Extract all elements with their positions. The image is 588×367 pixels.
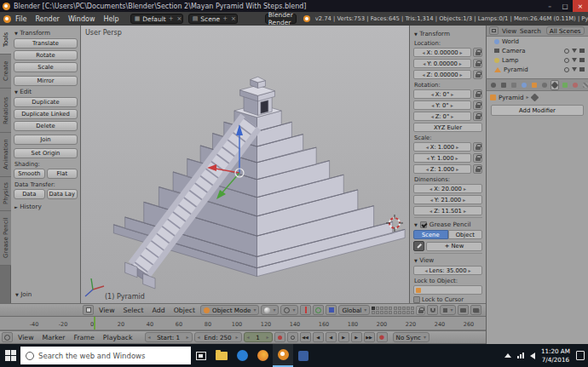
flat-button[interactable]: Flat (47, 169, 78, 179)
firefox-icon[interactable] (252, 344, 273, 367)
pivot-point-selector[interactable]: ▾ (280, 305, 298, 315)
task-view-button[interactable] (191, 344, 211, 367)
scale-z-field[interactable]: ◂Z:1.000▸ (413, 164, 471, 174)
screen-layout-selector[interactable]: ▦ Default + × (130, 14, 183, 24)
tab-relations[interactable]: Relations (0, 89, 11, 133)
lock-to-cursor-checkbox[interactable] (413, 296, 420, 303)
object-menu[interactable]: Object (170, 307, 199, 314)
location-x-field[interactable]: ◂X:0.00000▸ (413, 48, 471, 57)
gp-new-button[interactable]: +New (426, 242, 482, 251)
tray-expand-icon[interactable] (504, 353, 511, 358)
play-reverse-button[interactable]: ◀ (326, 332, 337, 342)
timeline-view-menu[interactable]: View (14, 334, 37, 341)
lock-rotation-x-icon[interactable] (473, 89, 482, 99)
lock-to-object-field[interactable] (413, 285, 482, 295)
outliner-scope-selector[interactable]: All Scenes (546, 26, 585, 35)
menu-file[interactable]: File (11, 15, 31, 23)
outliner-item-lamp[interactable]: Lamp (487, 55, 588, 65)
lens-field[interactable]: ◂Lens: 35.000▸ (413, 266, 482, 275)
lock-scale-z-icon[interactable] (473, 164, 482, 174)
gp-object-toggle[interactable]: Object (448, 230, 483, 239)
lock-location-y-icon[interactable] (473, 59, 482, 68)
object-tab-icon[interactable] (530, 80, 539, 90)
scene-add-icon[interactable]: + (222, 15, 228, 22)
blender-taskbar-icon[interactable] (273, 344, 293, 367)
set-origin-button[interactable]: Set Origin (14, 148, 78, 158)
visual-studio-icon[interactable] (293, 344, 314, 367)
data-button[interactable]: Data (14, 189, 45, 199)
add-modifier-dropdown[interactable]: Add Modifier (491, 105, 584, 116)
texture-tab-icon[interactable] (581, 80, 588, 90)
current-frame-playhead[interactable] (94, 317, 95, 330)
delete-button[interactable]: Delete (14, 121, 78, 131)
volume-icon[interactable] (530, 353, 535, 359)
render-opengl-icon[interactable] (458, 305, 469, 315)
manipulator-scale-icon[interactable] (326, 305, 337, 315)
tab-grease-pencil[interactable]: Grease Pencil (0, 211, 11, 266)
tab-create[interactable]: Create (0, 54, 11, 89)
file-explorer-icon[interactable] (211, 344, 232, 367)
taskbar-search-box[interactable]: Search the web and Windows (20, 347, 191, 364)
tab-physics[interactable]: Physics (0, 177, 11, 211)
breadcrumb-object-name[interactable]: Pyramid (499, 94, 524, 101)
viewport-shading-selector[interactable]: ▾ (261, 305, 279, 315)
dimension-z-field[interactable]: ◂Z:11.501▸ (413, 206, 482, 215)
location-z-field[interactable]: ◂Z:0.00000▸ (413, 70, 471, 79)
rotation-mode-selector[interactable]: XYZ Euler (413, 123, 482, 132)
smooth-button[interactable]: Smooth (14, 169, 45, 179)
record-button[interactable]: ● (377, 332, 388, 342)
timeline-editor-icon[interactable] (2, 332, 13, 342)
constraints-tab-icon[interactable] (540, 80, 549, 90)
editor-type-selector-icon[interactable] (83, 305, 94, 315)
render-opengl-anim-icon[interactable] (470, 305, 481, 315)
lock-location-z-icon[interactable] (473, 70, 482, 79)
duplicate-button[interactable]: Duplicate (14, 97, 78, 107)
mirror-button[interactable]: Mirror (14, 76, 78, 86)
mode-selector[interactable]: Object Mode ▾ (200, 305, 259, 315)
render-layers-tab-icon[interactable] (499, 80, 508, 90)
z-axis-arrow[interactable] (236, 124, 243, 135)
manipulator-rotate-icon[interactable] (313, 305, 324, 315)
prev-keyframe-button[interactable]: ◀ (313, 332, 324, 342)
edge-browser-icon[interactable] (232, 344, 252, 367)
timeline-frame-menu[interactable]: Frame (70, 334, 97, 341)
transform-panel-header[interactable]: ▼ Transform (14, 29, 78, 37)
jump-to-end-button[interactable]: ▶▶ (364, 332, 375, 342)
layout-add-icon[interactable]: + (168, 15, 175, 22)
layout-close-icon[interactable]: × (176, 15, 183, 22)
scale-x-field[interactable]: ◂X:1.000▸ (413, 142, 471, 152)
world-tab-icon[interactable] (520, 80, 528, 90)
rotation-z-field[interactable]: ◂Z:0°▸ (413, 112, 471, 121)
timeline-playback-menu[interactable]: Playback (100, 334, 136, 341)
tab-tools[interactable]: Tools (0, 26, 11, 54)
data-lay-button[interactable]: Data Lay (47, 189, 78, 199)
x-axis-arrow[interactable] (207, 164, 216, 171)
join-button[interactable]: Join (14, 135, 78, 145)
3d-viewport[interactable]: User Persp (81, 26, 409, 303)
grease-pencil-panel-header[interactable]: ▼ Grease Pencil (414, 217, 482, 228)
scene-selector[interactable]: ▤ Scene + × (188, 14, 238, 24)
select-menu[interactable]: Select (120, 307, 147, 314)
current-frame-field[interactable]: ◂1▸ (244, 332, 273, 342)
start-button[interactable] (0, 344, 20, 367)
maximize-button[interactable]: □ (557, 0, 573, 12)
jump-to-start-button[interactable]: ◀◀ (300, 332, 311, 342)
manipulator-translate-icon[interactable] (300, 305, 311, 315)
outliner-view-menu[interactable]: View (502, 27, 516, 35)
translate-button[interactable]: Translate (14, 38, 78, 49)
outliner-item-pyramid[interactable]: Pyramid (487, 65, 588, 74)
selectability-cursor-icon[interactable] (572, 67, 577, 72)
transform-manipulator[interactable] (207, 124, 244, 199)
snap-element-selector[interactable]: ▾ (440, 305, 456, 315)
layers-widget-2[interactable] (394, 307, 414, 314)
timeline-marker-menu[interactable]: Marker (39, 334, 69, 341)
network-icon[interactable] (517, 353, 524, 358)
lock-rotation-y-icon[interactable] (473, 100, 482, 110)
auto-keying-icon[interactable] (274, 332, 285, 342)
visibility-eye-icon[interactable] (564, 49, 569, 54)
rotate-button[interactable]: Rotate (14, 50, 78, 60)
dimension-y-field[interactable]: ◂Y:21.000▸ (413, 195, 482, 204)
scene-tab-icon[interactable] (510, 80, 518, 90)
add-menu[interactable]: Add (149, 307, 169, 314)
outliner-search-menu[interactable]: Search (520, 27, 541, 35)
